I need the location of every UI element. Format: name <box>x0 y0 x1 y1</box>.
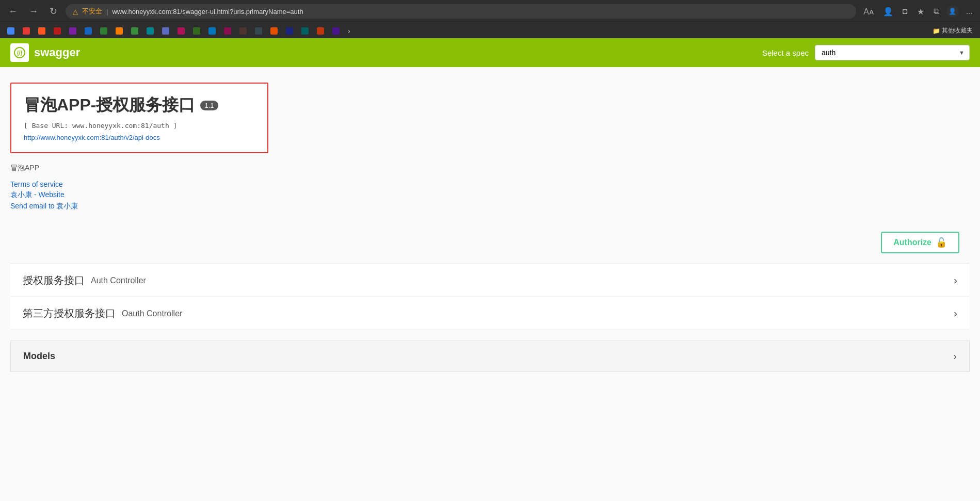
oauth-controller-title-text: 第三方授权服务接口 <box>23 306 116 320</box>
api-info-box: 冒泡APP-授权服务接口 1.1 [ Base URL: www.honeyyx… <box>10 83 268 153</box>
api-docs-link[interactable]: http://www.honeyyxk.com:81/auth/v2/api-d… <box>24 134 160 141</box>
share-icon[interactable]: ⧉ <box>931 6 941 17</box>
bookmark-17[interactable] <box>252 26 265 36</box>
address-bar[interactable]: △ 不安全 | www.honeyyxk.com:81/swagger-ui.h… <box>66 4 856 19</box>
bookmark-11[interactable] <box>159 26 172 36</box>
info-links: Terms of service 袁小康 - Website Send emai… <box>10 180 970 211</box>
bookmark-22[interactable] <box>329 26 343 36</box>
models-title: Models <box>23 351 55 362</box>
other-bookmarks[interactable]: 📁 其他收藏夹 <box>929 25 976 36</box>
user-avatar[interactable]: 👤 <box>946 5 959 18</box>
url-separator: | <box>106 8 108 15</box>
extension-icon[interactable]: ◘ <box>901 6 910 17</box>
swagger-title: swagger <box>34 46 80 59</box>
app-name: 冒泡APP <box>10 164 970 173</box>
svg-text:{/}: {/} <box>17 50 23 56</box>
browser-actions: Aᴀ 👤 ◘ ★ ⧉ 👤 ... <box>861 5 975 18</box>
bookmarks-bar: › 📁 其他收藏夹 <box>0 23 980 38</box>
authorize-button[interactable]: Authorize 🔓 <box>881 232 959 253</box>
bookmark-more[interactable]: › <box>345 26 354 36</box>
bookmark-13[interactable] <box>190 26 203 36</box>
security-warning-icon: △ <box>73 8 78 15</box>
bookmark-10[interactable] <box>143 26 157 36</box>
website-link[interactable]: 袁小康 - Website <box>10 190 970 200</box>
api-sections: 授权服务接口 Auth Controller › 第三方授权服务接口 Oauth… <box>10 264 970 330</box>
auth-controller-section: 授权服务接口 Auth Controller › <box>10 264 970 297</box>
oauth-controller-chevron: › <box>954 308 957 319</box>
bookmark-20[interactable] <box>298 26 312 36</box>
profile-icon[interactable]: 👤 <box>881 6 895 18</box>
auth-controller-subtitle: Auth Controller <box>91 276 146 285</box>
more-options-button[interactable]: ... <box>964 6 975 17</box>
models-chevron: › <box>953 350 957 362</box>
auth-controller-title: 授权服务接口 Auth Controller <box>23 273 146 287</box>
terms-of-service-link[interactable]: Terms of service <box>10 180 970 188</box>
reload-button[interactable]: ↻ <box>46 5 60 18</box>
authorize-label: Authorize <box>893 238 931 247</box>
bookmark-18[interactable] <box>267 26 281 36</box>
oauth-controller-subtitle: Oauth Controller <box>122 309 182 318</box>
auth-controller-header[interactable]: 授权服务接口 Auth Controller › <box>10 264 970 297</box>
version-badge: 1.1 <box>200 101 218 110</box>
bookmark-5[interactable] <box>66 26 79 36</box>
api-title-text: 冒泡APP-授权服务接口 <box>24 94 195 117</box>
auth-controller-title-text: 授权服务接口 <box>23 273 85 287</box>
bookmark-16[interactable] <box>236 26 250 36</box>
folder-icon: 📁 <box>933 27 940 35</box>
spec-select[interactable]: auth <box>815 45 970 60</box>
translate-icon[interactable]: Aᴀ <box>861 6 876 18</box>
lock-icon: 🔓 <box>936 237 947 248</box>
main-content: 冒泡APP-授权服务接口 1.1 [ Base URL: www.honeyyx… <box>0 67 980 387</box>
bookmark-15[interactable] <box>221 26 234 36</box>
favorite-icon[interactable]: ★ <box>915 6 926 18</box>
url-display: www.honeyyxk.com:81/swagger-ui.html?urls… <box>112 8 303 15</box>
bookmark-19[interactable] <box>283 26 296 36</box>
select-spec-label: Select a spec <box>762 49 809 57</box>
bookmark-6[interactable] <box>82 26 95 36</box>
other-bookmarks-label: 其他收藏夹 <box>942 26 973 35</box>
authorize-area: Authorize 🔓 <box>10 227 970 258</box>
bookmark-9[interactable] <box>128 26 141 36</box>
bookmark-14[interactable] <box>205 26 219 36</box>
api-title: 冒泡APP-授权服务接口 1.1 <box>24 94 255 117</box>
bookmark-8[interactable] <box>113 26 126 36</box>
spec-selector-area: Select a spec auth <box>762 45 970 60</box>
bookmark-2[interactable] <box>20 26 33 36</box>
bookmark-1[interactable] <box>4 26 18 36</box>
auth-controller-chevron: › <box>954 274 957 286</box>
bookmark-7[interactable] <box>97 26 110 36</box>
api-base-url: [ Base URL: www.honeyyxk.com:81/auth ] <box>24 122 255 130</box>
bookmark-4[interactable] <box>51 26 64 36</box>
swagger-header: {/} swagger Select a spec auth <box>0 38 980 67</box>
security-warning-text: 不安全 <box>82 7 102 16</box>
back-button[interactable]: ← <box>5 5 21 18</box>
forward-button[interactable]: → <box>26 5 41 18</box>
swagger-logo: {/} swagger <box>10 43 80 62</box>
oauth-controller-header[interactable]: 第三方授权服务接口 Oauth Controller › <box>10 297 970 330</box>
bookmark-3[interactable] <box>35 26 49 36</box>
email-link[interactable]: Send email to 袁小康 <box>10 202 970 211</box>
spec-select-wrapper: auth <box>815 45 970 60</box>
oauth-controller-section: 第三方授权服务接口 Oauth Controller › <box>10 297 970 330</box>
swagger-logo-icon: {/} <box>10 43 29 62</box>
browser-chrome: ← → ↻ △ 不安全 | www.honeyyxk.com:81/swagge… <box>0 0 980 23</box>
bookmark-12[interactable] <box>174 26 188 36</box>
models-section: Models › <box>10 341 970 372</box>
oauth-controller-title: 第三方授权服务接口 Oauth Controller <box>23 306 182 320</box>
bookmark-21[interactable] <box>314 26 327 36</box>
models-section-header[interactable]: Models › <box>11 341 969 371</box>
